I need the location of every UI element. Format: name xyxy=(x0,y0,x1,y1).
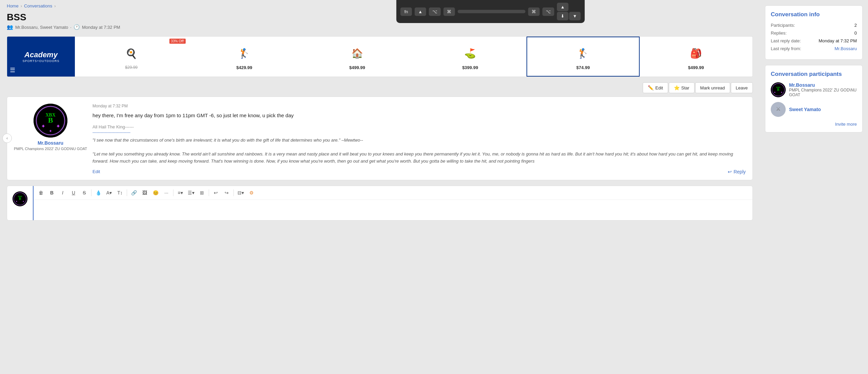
editor-toolbar: 🗑 B I U S 💧 A▾ T↕ 🔗 🖼 😊 ··· ≡▾ ☰ xyxy=(34,186,752,200)
action-bar: ✏️ Edit ⭐ Star Mark unread Leave xyxy=(0,80,760,97)
svg-text:B: B xyxy=(48,116,53,124)
participant-info-2: Sweet Yamato xyxy=(789,107,821,112)
toolbar-font-size[interactable]: T↕ xyxy=(115,188,125,198)
toolbar-strikethrough[interactable]: S xyxy=(80,188,89,198)
ad-product-2[interactable]: 🏌️ $429.99 xyxy=(188,37,301,77)
toolbar-align[interactable]: ≡▾ xyxy=(175,188,185,198)
toolbar-bold[interactable]: B xyxy=(47,188,57,198)
reply-avatar-col: XBX B ✦ ✦ xyxy=(7,186,33,220)
ad-brand[interactable]: Academy SPORTS+OUTDOORS ☰ xyxy=(7,37,75,77)
editor-body[interactable] xyxy=(34,200,752,220)
ad-products: 33% Off! 🍳 $29.99 🏌️ $429.99 🏠 $499.99 ⛳ xyxy=(75,37,752,77)
breadcrumb-conversations[interactable]: Conversations xyxy=(24,3,52,8)
toolbar-redo[interactable]: ↪ xyxy=(222,188,231,198)
reply-editor: 🗑 B I U S 💧 A▾ T↕ 🔗 🖼 😊 ··· ≡▾ ☰ xyxy=(33,186,752,220)
ad-product-5[interactable]: 🏌️ $74.99 xyxy=(526,37,639,77)
ad-product-6[interactable]: 🎒 $499.99 xyxy=(640,37,752,77)
svg-text:B: B xyxy=(19,196,21,200)
message-quote: "I see now that the circumstances of one… xyxy=(92,137,746,165)
info-last-reply-from-row: Last reply from: Mr.Bossaru xyxy=(771,46,857,51)
toolbar-settings[interactable]: ⚙ xyxy=(247,188,256,198)
toolbar-table[interactable]: ⊞ xyxy=(197,188,207,198)
arrow-up: ▲ xyxy=(557,3,569,11)
message-edit-button[interactable]: Edit xyxy=(92,169,100,174)
ad-brand-sub: SPORTS+OUTDOORS xyxy=(22,59,59,63)
reply-label: Reply xyxy=(733,169,746,174)
info-replies-value: 0 xyxy=(854,30,857,36)
right-sidebar: Conversation info Participants: 2 Replie… xyxy=(760,0,868,374)
ad-product-price-2: $429.99 xyxy=(236,65,252,70)
participant-item-1: XBX B ✦ ✦ Mr.Bossaru PMPL Champions 2022… xyxy=(771,82,857,97)
toolbar-block[interactable]: ⊟▾ xyxy=(236,188,245,198)
info-replies-row: Replies: 0 xyxy=(771,30,857,36)
svg-text:✦: ✦ xyxy=(781,91,783,94)
message-separator: ---------------------------- xyxy=(92,130,746,135)
edit-label: Edit xyxy=(655,85,663,90)
edit-button[interactable]: ✏️ Edit xyxy=(643,82,668,93)
participant-name-1[interactable]: Mr.Bossaru xyxy=(789,82,857,88)
author-info: Mr.Bossaru PMPL Champions 2022' ZU GOD\N… xyxy=(14,140,87,151)
info-participants-value: 2 xyxy=(854,23,857,28)
breadcrumb-sep2: › xyxy=(54,3,56,8)
toolbar-image[interactable]: 🖼 xyxy=(140,188,149,198)
toolbar-undo[interactable]: ↩ xyxy=(211,188,221,198)
toolbar-underline[interactable]: U xyxy=(69,188,78,198)
svg-text:✦: ✦ xyxy=(22,200,24,203)
ad-product-price-6: $499.99 xyxy=(688,65,704,70)
reply-card: XBX B ✦ ✦ 🗑 B I U S 💧 A▾ T↕ xyxy=(7,186,753,221)
ad-product-orig-1: $29.99 xyxy=(125,65,138,70)
message-reply-button[interactable]: ↩ Reply xyxy=(728,169,746,174)
toolbar-emoji[interactable]: 😊 xyxy=(151,188,160,198)
ad-brand-name: Academy xyxy=(24,50,58,59)
prev-arrow[interactable]: ‹ xyxy=(2,133,12,143)
info-last-reply-from-value[interactable]: Mr.Bossaru xyxy=(834,46,857,51)
toolbar-font-color[interactable]: A▾ xyxy=(104,188,114,198)
quote1: "I see now that the circumstances of one… xyxy=(92,138,363,143)
space-key xyxy=(458,10,525,13)
arrow-down-left: ⬇ xyxy=(557,12,569,20)
toolbar-sep3 xyxy=(173,189,173,196)
star-button[interactable]: ⭐ Star xyxy=(669,82,695,93)
star-label: Star xyxy=(681,85,689,90)
breadcrumb-home[interactable]: Home xyxy=(7,3,19,8)
toolbar-list[interactable]: ☰▾ xyxy=(186,188,196,198)
breadcrumb: Home › Conversations › xyxy=(0,0,760,11)
message-body: Monday at 7:32 PM hey there, I'm free an… xyxy=(92,104,746,174)
ad-product-4[interactable]: ⛳ $399.99 xyxy=(414,37,526,77)
svg-text:✦: ✦ xyxy=(49,129,52,133)
author-name[interactable]: Mr.Bossaru xyxy=(14,140,87,146)
ad-product-price-5: $74.99 xyxy=(576,65,590,70)
toolbar-link[interactable]: 🔗 xyxy=(129,188,139,198)
toolbar-eraser[interactable]: 🗑 xyxy=(36,188,46,198)
info-last-reply-from-label: Last reply from: xyxy=(771,46,801,51)
arrow-keys: ▲ ⬇ ▼ xyxy=(557,3,581,20)
info-participants-label: Participants: xyxy=(771,23,795,28)
ad-product-1[interactable]: 33% Off! 🍳 $29.99 xyxy=(75,37,188,77)
info-replies-label: Replies: xyxy=(771,30,787,36)
toolbar-sep5 xyxy=(233,189,234,196)
ad-product-img-6: 🎒 xyxy=(686,43,706,64)
toolbar-more[interactable]: ··· xyxy=(162,188,171,198)
participant-avatar-1: XBX B ✦ ✦ xyxy=(771,82,786,97)
quote2: "Let me tell you something you already k… xyxy=(92,151,733,164)
leave-button[interactable]: Leave xyxy=(731,82,753,93)
invite-more[interactable]: Invite more xyxy=(771,122,857,127)
participant-role-1: PMPL Champions 2022' ZU GOD\NU GOAT xyxy=(789,88,857,97)
cmd-key2: ⌘ xyxy=(528,7,540,16)
participant-avatar-2: ⚔ xyxy=(771,102,786,117)
ad-product-img-3: 🏠 xyxy=(347,43,367,64)
mark-unread-button[interactable]: Mark unread xyxy=(695,82,730,93)
toolbar-italic[interactable]: I xyxy=(58,188,67,198)
fn-key: fn xyxy=(400,7,412,16)
ad-product-3[interactable]: 🏠 $499.99 xyxy=(301,37,414,77)
message-text: hey there, I'm free any day from 1pm to … xyxy=(92,112,746,120)
svg-text:✦: ✦ xyxy=(774,91,776,94)
info-last-reply-date-value: Monday at 7:32 PM xyxy=(819,38,857,43)
ad-banner: Academy SPORTS+OUTDOORS ☰ 33% Off! 🍳 $29… xyxy=(7,36,753,77)
toolbar-sep2 xyxy=(127,189,127,196)
toolbar-color[interactable]: 💧 xyxy=(94,188,103,198)
page-meta: 👥 Mr.Bossaru, Sweet Yamato · 🕐 Monday at… xyxy=(7,24,753,30)
participant-name-2[interactable]: Sweet Yamato xyxy=(789,107,821,112)
svg-text:✦: ✦ xyxy=(56,123,60,129)
conversation-participants-title: Conversation participants xyxy=(771,71,857,78)
